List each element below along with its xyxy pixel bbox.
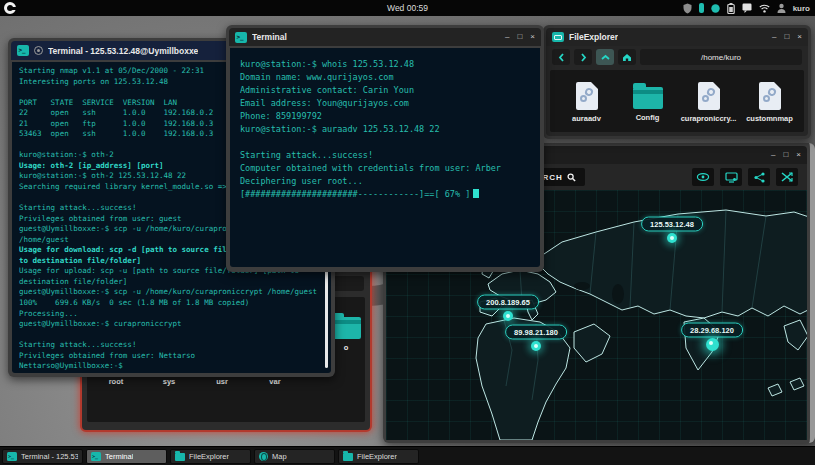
terminal-line: Administrative contact: Carin Youn [240,84,530,97]
search-icon [567,173,576,182]
maximize-button[interactable]: □ [517,33,522,41]
ip-label[interactable]: 125.53.12.48 [641,217,703,232]
terminal-line [240,136,530,149]
home-button[interactable] [618,49,636,65]
terminal-line: Email address: Youn@qurijayos.com [240,97,530,110]
monitor-icon [725,172,738,183]
node-dot-icon[interactable] [706,338,719,351]
terminal-line: Processing... [19,309,324,320]
taskbar-item-icon [259,452,268,461]
maximize-button[interactable]: □ [783,151,788,159]
file-label: auraadv [556,114,617,123]
taskbar-item-icon [91,452,101,461]
wifi-icon[interactable] [759,4,770,13]
file-item[interactable]: curaproniccry... [678,80,739,123]
close-button[interactable]: × [797,33,802,41]
taskbar-item-label: Terminal [105,452,133,461]
terminal-line: guest@Uymillboxxe:-$ curaproniccrypt [19,319,324,330]
terminal-line: Deciphering user root... [240,175,530,188]
terminal-line [19,330,324,341]
home-icon [622,53,632,62]
remote-desktop-button[interactable] [720,168,742,186]
file-explorer-window: FileExplorer – □ × [543,25,811,139]
address-bar[interactable]: /home/kuro [640,49,802,65]
chevron-up-icon [601,54,610,61]
minimize-button[interactable]: – [505,33,509,41]
share-icon [754,172,765,183]
taskbar-item-icon [175,453,185,461]
folder-label: sys [154,377,184,386]
terminal-output[interactable]: kuro@station:-$ whois 125.53.12.48Domain… [230,48,540,267]
taskbar-item-label: Terminal - 125.53... [21,452,78,461]
back-button[interactable] [552,49,570,65]
ip-label[interactable]: 28.29.68.120 [681,323,743,338]
window-title: FileExplorer [569,32,618,42]
window-controls: – □ × [772,33,802,41]
close-button[interactable]: × [530,33,535,41]
terminal-line: [######################------------]==[ … [240,188,530,201]
terminal-line: Computer obtained with credentials from … [240,162,530,175]
minimize-button[interactable]: – [772,33,776,41]
taskbar-item-label: Map [272,452,287,461]
terminal-line: Privileges obtained from user: Nettarso [19,351,324,362]
ip-label[interactable]: 89.98.21.180 [505,325,567,340]
current-path: /home/kuro [701,53,741,62]
shield-icon[interactable] [683,3,692,14]
vpn-status-icon[interactable] [699,3,704,13]
folder-icon [331,317,361,339]
window-controls: – □ × [505,33,535,41]
terminal-line: destination file/folder] [19,277,324,288]
window-title: Terminal [252,32,287,42]
terminal-line: Starting attack...success! [19,340,324,351]
taskbar-item-icon [7,452,17,461]
node-dot-icon[interactable] [503,311,513,321]
messages-icon[interactable] [742,3,752,13]
terminal-line: Starting attack...success! [240,149,530,162]
forward-button[interactable] [574,49,592,65]
titlebar[interactable]: Terminal – □ × [229,28,541,46]
terminal-line: kuro@station:-$ whois 125.53.12.48 [240,58,530,71]
file-item[interactable]: customnmap [739,80,800,123]
file-explorer-body: /home/kuro auraadv Config curaproniccry.… [546,46,808,136]
username[interactable]: kuro [793,4,810,13]
file-explorer-toolbar: /home/kuro [549,46,805,68]
terminal-icon [235,32,247,43]
file-item[interactable]: auraadv [556,80,617,123]
taskbar-item[interactable]: FileExplorer [170,449,251,464]
user-account-icon[interactable] [777,3,786,13]
file-icon [576,82,598,110]
up-button[interactable] [596,49,614,65]
battery-icon[interactable] [727,3,735,14]
file-label: curaproniccry... [678,114,739,123]
titlebar[interactable]: FileExplorer – □ × [546,28,808,46]
chevron-left-icon [558,53,565,62]
node-dot-icon[interactable] [531,341,541,351]
taskbar: Terminal - 125.53... Terminal FileExplor… [0,446,815,465]
folder-icon [633,87,663,109]
ip-label[interactable]: 200.8.189.65 [477,295,539,310]
folder-label: usr [207,377,237,386]
close-button[interactable]: × [796,151,801,159]
taskbar-item[interactable]: Terminal - 125.53... [2,449,83,464]
shuffle-button[interactable] [776,168,798,186]
taskbar-item[interactable]: FileExplorer [338,449,419,464]
taskbar-item[interactable]: Terminal [86,449,167,464]
eye-icon [696,172,710,182]
visibility-button[interactable] [692,168,714,186]
share-button[interactable] [748,168,770,186]
network-status-icon[interactable] [711,4,720,13]
file-icon [698,82,720,110]
terminal-line: Nettarso@Uymillboxxe:-$ [19,361,324,372]
maximize-button[interactable]: □ [784,33,789,41]
chevron-right-icon [580,53,587,62]
settings-icon[interactable] [34,46,43,55]
minimize-button[interactable]: – [771,151,775,159]
terminal-line: guest@Uymillboxxe:-$ scp -u /home/kuro/c… [19,287,324,298]
terminal-line: 100% 699.6 KB/s 0 sec (1.8 MB of 1.8 MB … [19,298,324,309]
map-tools [692,168,798,186]
file-label: Config [617,113,678,122]
file-item[interactable]: Config [617,80,678,122]
node-dot-icon[interactable] [667,233,677,243]
shuffle-icon [781,172,793,182]
taskbar-item[interactable]: Map [254,449,335,464]
